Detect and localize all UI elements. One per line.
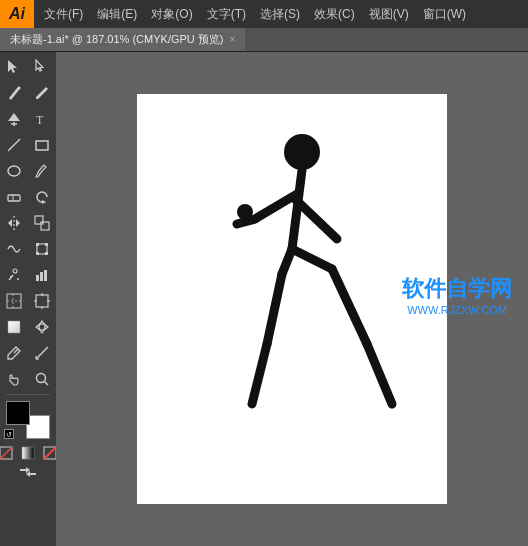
svg-rect-18 (45, 243, 48, 246)
pencil-tool[interactable] (28, 80, 56, 106)
zoom-tool[interactable] (28, 366, 56, 392)
gradient-icon[interactable] (18, 445, 38, 461)
hand-tool[interactable] (0, 366, 28, 392)
menu-object[interactable]: 对象(O) (145, 4, 198, 25)
svg-rect-6 (36, 141, 48, 150)
free-transform-tool[interactable] (28, 236, 56, 262)
svg-line-56 (252, 344, 267, 404)
line-tool[interactable] (0, 132, 28, 158)
eraser-tool[interactable] (0, 184, 28, 210)
svg-rect-15 (41, 222, 49, 230)
swap-colors-button[interactable] (18, 465, 38, 479)
rotate-tool[interactable] (28, 184, 56, 210)
direct-select-tool[interactable] (28, 54, 56, 80)
svg-line-51 (237, 219, 255, 224)
tool-row-4 (0, 132, 56, 158)
svg-rect-26 (44, 270, 47, 281)
none-icon[interactable] (40, 445, 56, 461)
menu-effect[interactable]: 效果(C) (308, 4, 361, 25)
tab-bar: 未标题-1.ai* @ 187.01% (CMYK/GPU 预览) × (0, 28, 528, 52)
svg-rect-8 (8, 195, 20, 201)
canvas-area: 软件自学网 WWW.RJZXW.COM (56, 52, 528, 546)
mesh-tool[interactable] (28, 314, 56, 340)
stroke-fill-row (0, 445, 56, 461)
tool-row-7 (0, 210, 56, 236)
svg-line-54 (292, 249, 332, 269)
tool-row-8 (0, 236, 56, 262)
tool-row-9 (0, 262, 56, 288)
scale-tool[interactable] (28, 210, 56, 236)
tool-row-5 (0, 158, 56, 184)
graph-tool[interactable] (28, 262, 56, 288)
reflect-tool[interactable] (0, 210, 28, 236)
foreground-color-box[interactable] (6, 401, 30, 425)
color-selector[interactable]: ↺ (6, 401, 50, 439)
svg-rect-20 (45, 252, 48, 255)
svg-rect-24 (36, 275, 39, 281)
menu-window[interactable]: 窗口(W) (417, 4, 472, 25)
ellipse-tool[interactable] (0, 158, 28, 184)
slice-tool[interactable] (0, 288, 28, 314)
svg-rect-35 (8, 321, 20, 333)
measure-tool[interactable] (28, 340, 56, 366)
paintbrush-tool[interactable] (28, 158, 56, 184)
menu-edit[interactable]: 编辑(E) (91, 4, 143, 25)
artboard-tool[interactable] (28, 288, 56, 314)
tool-row-6 (0, 184, 56, 210)
svg-line-36 (14, 349, 18, 353)
eyedropper-tool[interactable] (0, 340, 28, 366)
watermark-url: WWW.RJZXW.COM (402, 303, 512, 315)
artwork-canvas (137, 94, 447, 504)
menu-bar: 文件(F) 编辑(E) 对象(O) 文字(T) 选择(S) 效果(C) 视图(V… (34, 0, 528, 28)
svg-rect-19 (36, 252, 39, 255)
symbol-sprayer-tool[interactable] (0, 262, 28, 288)
add-anchor-tool[interactable] (0, 106, 28, 132)
svg-marker-1 (36, 60, 43, 71)
svg-point-40 (37, 374, 46, 383)
toolbar-divider (6, 394, 50, 395)
active-tab[interactable]: 未标题-1.ai* @ 187.01% (CMYK/GPU 预览) × (0, 28, 245, 51)
left-toolbar: T (0, 52, 56, 546)
type-tool[interactable]: T (28, 106, 56, 132)
artboard (137, 94, 447, 504)
select-tool[interactable] (0, 54, 28, 80)
svg-point-22 (17, 278, 19, 280)
watermark-title: 软件自学网 (402, 275, 512, 304)
watermark: 软件自学网 WWW.RJZXW.COM (402, 275, 512, 316)
svg-line-55 (267, 274, 282, 344)
pen-tool[interactable] (0, 80, 28, 106)
tab-close-button[interactable]: × (230, 34, 236, 45)
menu-file[interactable]: 文件(F) (38, 4, 89, 25)
svg-rect-30 (36, 295, 48, 307)
app-logo: Ai (0, 0, 34, 28)
svg-line-58 (367, 344, 392, 404)
svg-point-47 (284, 134, 320, 170)
svg-line-37 (36, 347, 48, 359)
svg-line-52 (295, 199, 337, 239)
svg-rect-44 (22, 447, 34, 459)
svg-line-41 (45, 382, 49, 386)
svg-line-5 (8, 139, 20, 151)
svg-marker-13 (16, 219, 20, 227)
svg-point-7 (8, 166, 20, 176)
menu-select[interactable]: 选择(S) (254, 4, 306, 25)
svg-rect-25 (40, 272, 43, 281)
menu-view[interactable]: 视图(V) (363, 4, 415, 25)
tool-row-12 (0, 340, 56, 366)
title-bar: Ai 文件(F) 编辑(E) 对象(O) 文字(T) 选择(S) 效果(C) 视… (0, 0, 528, 28)
svg-rect-14 (35, 216, 43, 224)
tool-row-13 (0, 366, 56, 392)
svg-line-57 (332, 269, 367, 344)
tool-row-2 (0, 80, 56, 106)
reset-color-icon[interactable]: ↺ (4, 429, 14, 439)
gradient-tool[interactable] (0, 314, 28, 340)
menu-text[interactable]: 文字(T) (201, 4, 252, 25)
svg-point-23 (10, 276, 12, 278)
tool-row-10 (0, 288, 56, 314)
no-fill-icon[interactable] (0, 445, 16, 461)
svg-point-21 (13, 269, 17, 273)
svg-rect-27 (7, 294, 21, 308)
svg-marker-0 (8, 60, 17, 73)
rect-tool[interactable] (28, 132, 56, 158)
warp-tool[interactable] (0, 236, 28, 262)
